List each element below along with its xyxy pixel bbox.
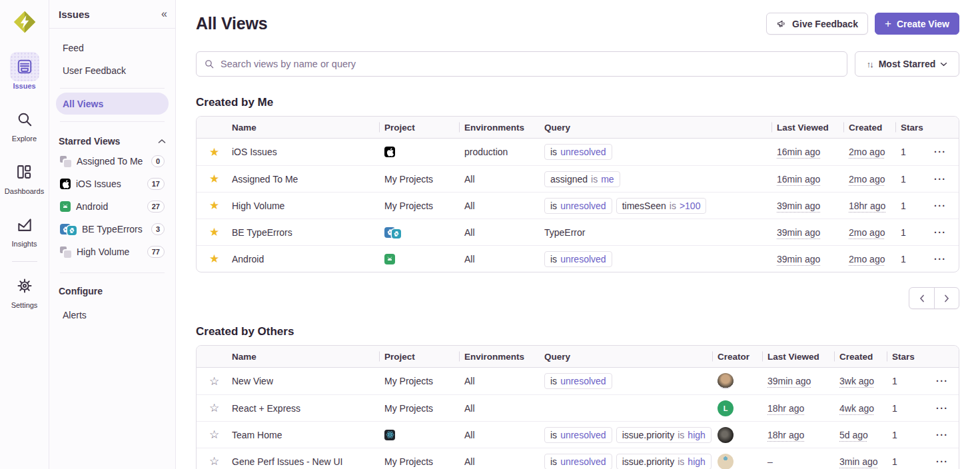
view-name-link[interactable]: High Volume xyxy=(232,201,284,211)
count-badge: 27 xyxy=(147,201,165,213)
rail-item-issues[interactable]: Issues xyxy=(10,52,39,90)
sidebar-item-all-views[interactable]: All Views xyxy=(56,93,169,115)
prev-page-button[interactable] xyxy=(909,288,934,308)
rail-item-dashboards[interactable]: Dashboards xyxy=(5,157,44,195)
row-actions-menu[interactable]: ··· xyxy=(934,174,947,185)
rail-label-settings: Settings xyxy=(11,301,38,309)
row-actions-menu[interactable]: ··· xyxy=(934,227,947,238)
last-viewed: 18hr ago xyxy=(767,403,804,414)
plus-icon: + xyxy=(885,18,891,29)
chevron-right-icon xyxy=(944,294,949,302)
star-toggle[interactable]: ★ xyxy=(209,147,219,158)
table-row: ★ iOS Issues production isunresolved 16m… xyxy=(197,139,959,165)
row-actions-menu[interactable]: ··· xyxy=(936,456,949,467)
view-name-link[interactable]: Android xyxy=(232,254,264,264)
table-row: ★ High Volume My Projects All isunresolv… xyxy=(197,192,959,219)
react-project-icon xyxy=(384,430,395,440)
next-page-button[interactable] xyxy=(934,288,959,308)
created-by-me-table: Name Project Environments Query Last Vie… xyxy=(196,116,959,272)
star-toggle[interactable]: ☆ xyxy=(209,456,219,467)
creator-avatar xyxy=(718,373,734,389)
row-actions-menu[interactable]: ··· xyxy=(934,254,947,264)
chevron-left-icon xyxy=(919,294,925,302)
megaphone-icon xyxy=(776,19,787,29)
give-feedback-button[interactable]: Give Feedback xyxy=(766,13,868,35)
row-actions-menu[interactable]: ··· xyxy=(936,376,949,386)
rail-divider xyxy=(12,261,37,262)
star-count: 1 xyxy=(901,174,934,185)
python-pair-project-icon xyxy=(384,227,401,238)
last-viewed: 16min ago xyxy=(777,147,820,157)
table-row: ☆ React + Express My Projects All L 18hr… xyxy=(197,394,959,421)
apple-project-icon xyxy=(384,147,395,157)
last-viewed: 18hr ago xyxy=(767,430,804,440)
star-toggle[interactable]: ☆ xyxy=(209,429,219,440)
dashboards-grid-icon xyxy=(15,163,33,181)
star-count: 1 xyxy=(892,403,936,414)
starred-view-be-typeerrors[interactable]: BE TypeErrors 3 xyxy=(59,218,166,240)
star-toggle[interactable]: ★ xyxy=(209,173,219,185)
query-token: isunresolved xyxy=(544,427,612,443)
sidebar-item-alerts[interactable]: Alerts xyxy=(56,304,169,326)
search-input[interactable] xyxy=(196,51,847,77)
row-actions-menu[interactable]: ··· xyxy=(934,147,947,157)
rail-label-dashboards: Dashboards xyxy=(5,187,44,195)
rail-item-explore[interactable]: Explore xyxy=(10,105,39,143)
query-token: isunresolved xyxy=(544,144,612,160)
star-count: 1 xyxy=(892,456,936,467)
query-token: isunresolved xyxy=(544,198,612,214)
created-at: 2mo ago xyxy=(849,174,885,185)
starred-view-android[interactable]: Android 27 xyxy=(59,195,166,218)
creator-avatar xyxy=(718,427,734,443)
star-toggle[interactable]: ★ xyxy=(209,253,219,264)
sort-dropdown[interactable]: ↑↓ Most Starred xyxy=(855,51,959,77)
query-token: issue.priorityishigh xyxy=(616,427,712,443)
view-name-link[interactable]: React + Express xyxy=(232,403,300,414)
view-name-link[interactable]: Team Home xyxy=(232,430,282,440)
star-toggle[interactable]: ☆ xyxy=(209,376,219,387)
starred-views-title: Starred Views xyxy=(59,136,120,147)
star-count: 1 xyxy=(901,201,934,211)
all-views-page: All Views Give Feedback + Create View xyxy=(176,0,980,469)
stacked-projects-icon xyxy=(60,246,71,258)
sidebar-title: Issues xyxy=(59,9,90,20)
sentry-logo[interactable] xyxy=(11,8,39,36)
starred-view-ios-issues[interactable]: iOS Issues 17 xyxy=(59,173,166,195)
last-viewed: 16min ago xyxy=(777,174,820,185)
sidebar-item-feed[interactable]: Feed xyxy=(56,37,169,59)
created-by-others-table: Name Project Environments Query Creator … xyxy=(196,345,959,469)
row-actions-menu[interactable]: ··· xyxy=(936,403,949,414)
created-at: 3min ago xyxy=(839,456,878,467)
last-viewed: 39min ago xyxy=(777,227,820,238)
view-name-link[interactable]: BE TypeErrors xyxy=(232,227,292,238)
star-toggle[interactable]: ☆ xyxy=(209,402,219,414)
chevron-up-icon[interactable] xyxy=(158,139,166,144)
view-name-link[interactable]: Gene Perf Issues - New UI xyxy=(232,456,343,467)
count-badge: 0 xyxy=(151,155,165,167)
python-pair-project-icon xyxy=(60,224,77,234)
sidebar-collapse-icon[interactable]: « xyxy=(161,8,166,20)
last-viewed: 39min ago xyxy=(777,201,820,211)
create-view-button[interactable]: + Create View xyxy=(875,13,959,35)
star-toggle[interactable]: ★ xyxy=(209,227,219,238)
starred-view-assigned-to-me[interactable]: Assigned To Me 0 xyxy=(59,150,166,173)
view-name-link[interactable]: iOS Issues xyxy=(232,147,277,157)
rail-item-settings[interactable]: Settings xyxy=(10,271,39,309)
sidebar-item-user-feedback[interactable]: User Feedback xyxy=(56,59,169,81)
last-viewed: 39min ago xyxy=(777,254,820,264)
count-badge: 3 xyxy=(151,223,165,235)
sort-arrows-icon: ↑↓ xyxy=(867,59,873,69)
pagination xyxy=(909,287,959,309)
row-actions-menu[interactable]: ··· xyxy=(934,201,947,211)
row-actions-menu[interactable]: ··· xyxy=(936,430,949,440)
configure-title: Configure xyxy=(59,286,103,296)
starred-view-high-volume[interactable]: High Volume 77 xyxy=(59,240,166,263)
created-at: 3wk ago xyxy=(839,376,874,386)
rail-item-insights[interactable]: Insights xyxy=(10,210,39,248)
star-count: 1 xyxy=(901,227,934,238)
view-name-link[interactable]: New View xyxy=(232,376,273,386)
view-name-link[interactable]: Assigned To Me xyxy=(232,174,298,185)
star-toggle[interactable]: ★ xyxy=(209,200,219,211)
star-count: 1 xyxy=(901,147,934,157)
query-plain-text: TypeError xyxy=(544,227,585,238)
